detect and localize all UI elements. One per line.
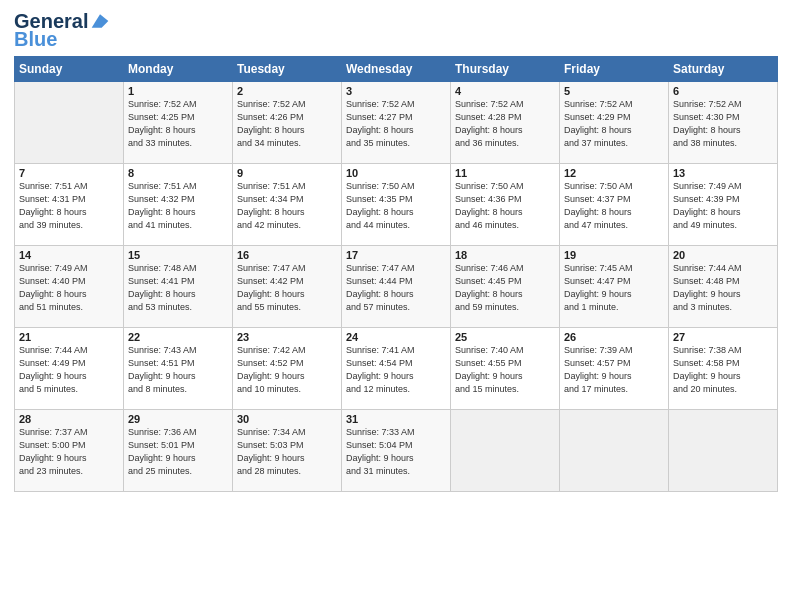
day-number: 28 — [19, 413, 119, 425]
day-number: 30 — [237, 413, 337, 425]
day-info: Sunrise: 7:38 AMSunset: 4:58 PMDaylight:… — [673, 344, 773, 396]
day-cell: 7Sunrise: 7:51 AMSunset: 4:31 PMDaylight… — [15, 164, 124, 246]
day-cell: 14Sunrise: 7:49 AMSunset: 4:40 PMDayligh… — [15, 246, 124, 328]
day-info: Sunrise: 7:50 AMSunset: 4:36 PMDaylight:… — [455, 180, 555, 232]
day-cell — [451, 410, 560, 492]
col-header-thursday: Thursday — [451, 57, 560, 82]
day-info: Sunrise: 7:43 AMSunset: 4:51 PMDaylight:… — [128, 344, 228, 396]
day-cell: 29Sunrise: 7:36 AMSunset: 5:01 PMDayligh… — [124, 410, 233, 492]
day-number: 21 — [19, 331, 119, 343]
day-cell: 10Sunrise: 7:50 AMSunset: 4:35 PMDayligh… — [342, 164, 451, 246]
logo: General Blue — [14, 10, 110, 50]
day-number: 2 — [237, 85, 337, 97]
week-row-3: 14Sunrise: 7:49 AMSunset: 4:40 PMDayligh… — [15, 246, 778, 328]
day-cell: 31Sunrise: 7:33 AMSunset: 5:04 PMDayligh… — [342, 410, 451, 492]
day-cell: 8Sunrise: 7:51 AMSunset: 4:32 PMDaylight… — [124, 164, 233, 246]
col-header-friday: Friday — [560, 57, 669, 82]
day-info: Sunrise: 7:37 AMSunset: 5:00 PMDaylight:… — [19, 426, 119, 478]
day-info: Sunrise: 7:52 AMSunset: 4:25 PMDaylight:… — [128, 98, 228, 150]
day-cell: 28Sunrise: 7:37 AMSunset: 5:00 PMDayligh… — [15, 410, 124, 492]
day-cell: 16Sunrise: 7:47 AMSunset: 4:42 PMDayligh… — [233, 246, 342, 328]
col-header-sunday: Sunday — [15, 57, 124, 82]
day-info: Sunrise: 7:52 AMSunset: 4:28 PMDaylight:… — [455, 98, 555, 150]
day-cell: 30Sunrise: 7:34 AMSunset: 5:03 PMDayligh… — [233, 410, 342, 492]
week-row-5: 28Sunrise: 7:37 AMSunset: 5:00 PMDayligh… — [15, 410, 778, 492]
day-info: Sunrise: 7:47 AMSunset: 4:44 PMDaylight:… — [346, 262, 446, 314]
day-number: 29 — [128, 413, 228, 425]
day-info: Sunrise: 7:33 AMSunset: 5:04 PMDaylight:… — [346, 426, 446, 478]
calendar-table: SundayMondayTuesdayWednesdayThursdayFrid… — [14, 56, 778, 492]
day-number: 31 — [346, 413, 446, 425]
day-number: 3 — [346, 85, 446, 97]
day-cell: 18Sunrise: 7:46 AMSunset: 4:45 PMDayligh… — [451, 246, 560, 328]
day-number: 5 — [564, 85, 664, 97]
day-number: 25 — [455, 331, 555, 343]
day-number: 16 — [237, 249, 337, 261]
day-cell: 5Sunrise: 7:52 AMSunset: 4:29 PMDaylight… — [560, 82, 669, 164]
week-row-1: 1Sunrise: 7:52 AMSunset: 4:25 PMDaylight… — [15, 82, 778, 164]
day-number: 19 — [564, 249, 664, 261]
day-cell: 13Sunrise: 7:49 AMSunset: 4:39 PMDayligh… — [669, 164, 778, 246]
day-cell: 11Sunrise: 7:50 AMSunset: 4:36 PMDayligh… — [451, 164, 560, 246]
day-info: Sunrise: 7:50 AMSunset: 4:37 PMDaylight:… — [564, 180, 664, 232]
week-row-2: 7Sunrise: 7:51 AMSunset: 4:31 PMDaylight… — [15, 164, 778, 246]
day-info: Sunrise: 7:52 AMSunset: 4:29 PMDaylight:… — [564, 98, 664, 150]
day-info: Sunrise: 7:36 AMSunset: 5:01 PMDaylight:… — [128, 426, 228, 478]
day-info: Sunrise: 7:50 AMSunset: 4:35 PMDaylight:… — [346, 180, 446, 232]
day-cell: 12Sunrise: 7:50 AMSunset: 4:37 PMDayligh… — [560, 164, 669, 246]
day-cell — [669, 410, 778, 492]
day-info: Sunrise: 7:40 AMSunset: 4:55 PMDaylight:… — [455, 344, 555, 396]
col-header-saturday: Saturday — [669, 57, 778, 82]
day-number: 7 — [19, 167, 119, 179]
day-info: Sunrise: 7:52 AMSunset: 4:26 PMDaylight:… — [237, 98, 337, 150]
day-cell — [15, 82, 124, 164]
day-cell: 27Sunrise: 7:38 AMSunset: 4:58 PMDayligh… — [669, 328, 778, 410]
day-info: Sunrise: 7:51 AMSunset: 4:31 PMDaylight:… — [19, 180, 119, 232]
day-info: Sunrise: 7:44 AMSunset: 4:48 PMDaylight:… — [673, 262, 773, 314]
day-info: Sunrise: 7:48 AMSunset: 4:41 PMDaylight:… — [128, 262, 228, 314]
day-info: Sunrise: 7:44 AMSunset: 4:49 PMDaylight:… — [19, 344, 119, 396]
day-cell: 17Sunrise: 7:47 AMSunset: 4:44 PMDayligh… — [342, 246, 451, 328]
day-info: Sunrise: 7:52 AMSunset: 4:27 PMDaylight:… — [346, 98, 446, 150]
day-number: 8 — [128, 167, 228, 179]
day-number: 23 — [237, 331, 337, 343]
day-cell: 15Sunrise: 7:48 AMSunset: 4:41 PMDayligh… — [124, 246, 233, 328]
day-number: 4 — [455, 85, 555, 97]
logo-text2: Blue — [14, 28, 57, 50]
day-info: Sunrise: 7:47 AMSunset: 4:42 PMDaylight:… — [237, 262, 337, 314]
day-number: 24 — [346, 331, 446, 343]
day-cell: 24Sunrise: 7:41 AMSunset: 4:54 PMDayligh… — [342, 328, 451, 410]
day-number: 17 — [346, 249, 446, 261]
day-cell: 4Sunrise: 7:52 AMSunset: 4:28 PMDaylight… — [451, 82, 560, 164]
week-row-4: 21Sunrise: 7:44 AMSunset: 4:49 PMDayligh… — [15, 328, 778, 410]
day-number: 6 — [673, 85, 773, 97]
day-info: Sunrise: 7:41 AMSunset: 4:54 PMDaylight:… — [346, 344, 446, 396]
day-cell: 3Sunrise: 7:52 AMSunset: 4:27 PMDaylight… — [342, 82, 451, 164]
col-header-monday: Monday — [124, 57, 233, 82]
day-info: Sunrise: 7:42 AMSunset: 4:52 PMDaylight:… — [237, 344, 337, 396]
day-info: Sunrise: 7:46 AMSunset: 4:45 PMDaylight:… — [455, 262, 555, 314]
day-number: 22 — [128, 331, 228, 343]
day-cell: 2Sunrise: 7:52 AMSunset: 4:26 PMDaylight… — [233, 82, 342, 164]
day-cell: 23Sunrise: 7:42 AMSunset: 4:52 PMDayligh… — [233, 328, 342, 410]
day-number: 13 — [673, 167, 773, 179]
day-cell: 19Sunrise: 7:45 AMSunset: 4:47 PMDayligh… — [560, 246, 669, 328]
day-number: 9 — [237, 167, 337, 179]
day-info: Sunrise: 7:51 AMSunset: 4:32 PMDaylight:… — [128, 180, 228, 232]
header-row: SundayMondayTuesdayWednesdayThursdayFrid… — [15, 57, 778, 82]
day-info: Sunrise: 7:34 AMSunset: 5:03 PMDaylight:… — [237, 426, 337, 478]
day-cell: 20Sunrise: 7:44 AMSunset: 4:48 PMDayligh… — [669, 246, 778, 328]
logo-icon — [90, 11, 110, 31]
day-number: 18 — [455, 249, 555, 261]
calendar-container: General Blue SundayMondayTuesdayWednesda… — [0, 0, 792, 612]
day-cell: 26Sunrise: 7:39 AMSunset: 4:57 PMDayligh… — [560, 328, 669, 410]
day-cell: 6Sunrise: 7:52 AMSunset: 4:30 PMDaylight… — [669, 82, 778, 164]
col-header-wednesday: Wednesday — [342, 57, 451, 82]
day-number: 11 — [455, 167, 555, 179]
day-number: 1 — [128, 85, 228, 97]
day-cell: 1Sunrise: 7:52 AMSunset: 4:25 PMDaylight… — [124, 82, 233, 164]
day-cell: 22Sunrise: 7:43 AMSunset: 4:51 PMDayligh… — [124, 328, 233, 410]
svg-marker-0 — [92, 14, 109, 27]
day-number: 12 — [564, 167, 664, 179]
day-info: Sunrise: 7:51 AMSunset: 4:34 PMDaylight:… — [237, 180, 337, 232]
